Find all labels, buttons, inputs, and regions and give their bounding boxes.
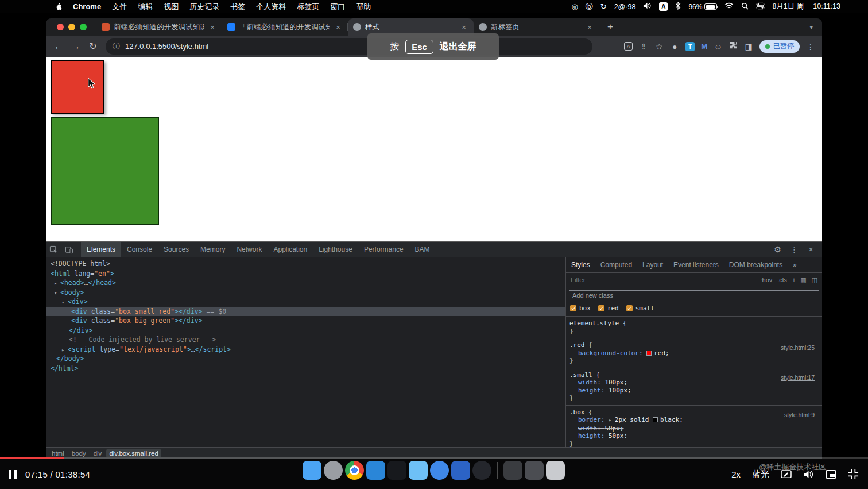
menu-item[interactable]: 标签页	[297, 2, 319, 12]
inspect-element-icon[interactable]	[46, 242, 61, 257]
styles-filter-input[interactable]: Filter	[571, 276, 586, 283]
tab-close-icon[interactable]: ×	[208, 22, 217, 32]
styles-tab-styles[interactable]: Styles	[566, 257, 595, 272]
tree-line[interactable]: <!-- Code injected by live-server -->	[46, 335, 565, 345]
breadcrumb-item[interactable]: div.box.small.red	[106, 449, 161, 457]
devtools-close-icon[interactable]: ×	[803, 242, 819, 257]
tree-line[interactable]: <html lang="en">	[46, 269, 565, 279]
dock-icon-trash[interactable]	[546, 461, 565, 480]
extension-smiley-icon[interactable]: ☺	[714, 42, 723, 51]
devtools-tab-application[interactable]: Application	[268, 242, 313, 257]
breadcrumb-item[interactable]: div	[91, 449, 105, 457]
tab-close-icon[interactable]: ×	[585, 22, 594, 32]
rule-selector[interactable]: .red	[569, 341, 585, 349]
tree-line[interactable]: </body>	[46, 354, 565, 364]
menu-item[interactable]: 个人资料	[256, 2, 286, 12]
bilibili-icon[interactable]: ⓑ	[586, 3, 593, 10]
back-button[interactable]: ←	[51, 38, 67, 55]
dock-icon-app-deep-blue[interactable]	[451, 461, 470, 480]
dock-icon-terminal[interactable]	[388, 461, 406, 480]
bookmark-star-icon[interactable]: ☆	[654, 42, 664, 51]
devtools-tab-elements[interactable]: Elements	[81, 242, 121, 257]
translate-icon[interactable]: A	[624, 42, 633, 51]
volume-icon[interactable]	[643, 2, 652, 11]
tree-line[interactable]: <div class="box big green"></div>	[46, 316, 565, 326]
share-icon[interactable]: ⇪	[639, 42, 648, 51]
devtools-settings-gear-icon[interactable]: ⚙	[770, 242, 785, 257]
dock-icon-window-preview-1[interactable]	[503, 461, 522, 480]
menu-item[interactable]: 帮助	[356, 2, 371, 12]
menu-item[interactable]: 书签	[230, 2, 245, 12]
extension-t-icon[interactable]: T	[685, 42, 695, 51]
styles-tab-event-listeners[interactable]: Event listeners	[668, 257, 724, 272]
menu-item[interactable]: 文件	[112, 2, 127, 12]
menu-item[interactable]: 窗口	[330, 2, 345, 12]
extensions-puzzle-icon[interactable]	[729, 41, 738, 52]
twisty-icon[interactable]: ▾	[54, 288, 60, 298]
pause-button[interactable]	[9, 470, 17, 479]
apple-menu-icon[interactable]	[55, 2, 62, 11]
tree-line[interactable]: ▸<head>…</head>	[46, 278, 565, 288]
class-checkbox[interactable]	[626, 305, 633, 311]
devtools-menu-kebab-icon[interactable]: ⋮	[786, 242, 802, 257]
control-center-icon[interactable]	[756, 2, 765, 11]
tree-line[interactable]: ▾<body>	[46, 288, 565, 298]
dock-icon-window-preview-2[interactable]	[525, 461, 544, 480]
css-property[interactable]: height: 100px;	[569, 387, 819, 395]
playback-speed-button[interactable]: 2x	[731, 469, 741, 479]
browser-tab[interactable]: 「前端必须知道的开发调试知识」×	[222, 18, 348, 36]
twisty-icon[interactable]: ▸	[61, 345, 68, 355]
progress-bar[interactable]	[0, 457, 868, 459]
forward-button[interactable]: →	[68, 38, 84, 55]
menu-item[interactable]: 历史记录	[189, 2, 219, 12]
obs-icon[interactable]: ◎	[571, 3, 578, 10]
devtools-tab-memory[interactable]: Memory	[195, 242, 231, 257]
breadcrumb-item[interactable]: html	[49, 449, 67, 457]
tree-line[interactable]: </html>	[46, 364, 565, 374]
address-bar[interactable]: ⓘ 127.0.0.1:5500/style.html	[106, 38, 592, 55]
filter-action-item[interactable]: +	[792, 276, 796, 283]
reload-button[interactable]: ↻	[85, 38, 101, 55]
styles-tab-item[interactable]: »	[788, 257, 802, 272]
rule-selector[interactable]: .small	[569, 371, 592, 379]
devtools-tab-lighthouse[interactable]: Lighthouse	[313, 242, 358, 257]
styles-tab-dom-breakpoints[interactable]: DOM breakpoints	[724, 257, 788, 272]
devtools-tab-network[interactable]: Network	[231, 242, 268, 257]
color-swatch[interactable]	[653, 417, 658, 422]
menu-item[interactable]: 编辑	[138, 2, 153, 12]
dock-icon-app-blue[interactable]	[430, 461, 449, 480]
dock-icon-finder[interactable]	[303, 461, 321, 480]
sync-icon[interactable]: ↻	[600, 3, 607, 10]
devtools-tab-sources[interactable]: Sources	[158, 242, 195, 257]
devtools-tab-performance[interactable]: Performance	[358, 242, 409, 257]
profile-paused-badge[interactable]: 已暂停	[760, 40, 800, 53]
input-method-icon[interactable]: A	[659, 2, 668, 11]
menu-item[interactable]: 视图	[164, 2, 179, 12]
tree-line[interactable]: ▾<div>	[46, 297, 565, 307]
dock-icon-obs[interactable]	[472, 461, 491, 480]
stylesheet-link[interactable]: style.html:9	[784, 411, 815, 419]
devtools-tab-bam[interactable]: BAM	[409, 242, 436, 257]
add-class-input[interactable]: Add new class	[569, 290, 819, 301]
dock-icon-settings[interactable]	[324, 461, 343, 480]
dock-icon-chrome[interactable]	[345, 461, 364, 480]
rule-selector[interactable]: element.style	[569, 319, 619, 327]
css-property[interactable]: width: 50px;	[569, 425, 819, 433]
close-window-button[interactable]	[57, 24, 64, 30]
twisty-icon[interactable]: ▸	[54, 279, 60, 288]
device-toolbar-icon[interactable]	[61, 242, 77, 257]
styles-tab-computed[interactable]: Computed	[595, 257, 637, 272]
pip-icon[interactable]	[826, 470, 836, 479]
menubar-app-name[interactable]: Chrome	[73, 2, 101, 11]
zoom-window-button[interactable]	[80, 24, 87, 30]
extension-m-icon[interactable]: M	[701, 42, 707, 51]
new-tab-button[interactable]: +	[603, 20, 618, 34]
tree-line[interactable]: <div class="box small red"></div> == $0	[46, 307, 565, 317]
class-checkbox[interactable]	[598, 305, 604, 311]
menubar-datetime[interactable]: 8月1日 周一 10:11:13	[772, 2, 840, 11]
tab-close-icon[interactable]: ×	[459, 22, 468, 32]
wifi-icon[interactable]	[724, 2, 734, 11]
filter-action-hov[interactable]: :hov	[760, 276, 772, 283]
computed-grid-icon[interactable]: ▦	[800, 276, 806, 284]
browser-menu-kebab-icon[interactable]: ⋮	[806, 42, 815, 51]
